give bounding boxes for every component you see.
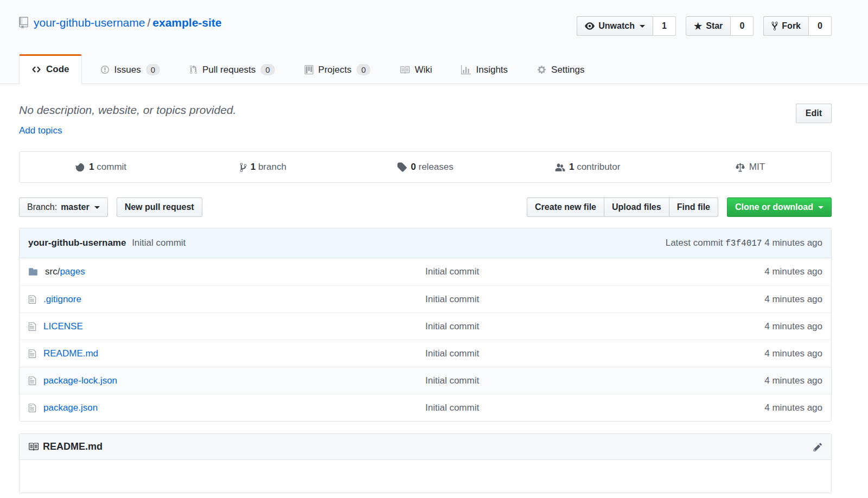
file-icon xyxy=(28,376,36,386)
watch-count[interactable]: 1 xyxy=(653,16,676,36)
new-pull-request-button[interactable]: New pull request xyxy=(117,197,202,217)
create-new-file-button[interactable]: Create new file xyxy=(527,197,604,217)
tab-wiki-label: Wiki xyxy=(414,65,432,75)
tab-wiki[interactable]: Wiki xyxy=(389,54,443,84)
file-actions-group: Create new file Upload files Find file xyxy=(527,197,718,217)
file-link[interactable]: .gitignore xyxy=(43,294,81,305)
commit-label: commit xyxy=(97,162,126,172)
commit-sha-link[interactable]: f3f4017 xyxy=(725,239,762,248)
pencil-icon xyxy=(813,442,822,452)
branch-label: Branch: xyxy=(27,202,57,212)
file-icon xyxy=(28,295,36,304)
file-row: .gitignore Initial commit 4 minutes ago xyxy=(20,285,831,312)
eye-icon xyxy=(585,21,595,31)
releases-stat[interactable]: 0 releases xyxy=(344,152,506,182)
commit-count: 1 xyxy=(89,162,94,172)
file-age: 4 minutes ago xyxy=(703,403,822,413)
file-commit-message[interactable]: Initial commit xyxy=(425,294,479,304)
upload-files-button[interactable]: Upload files xyxy=(604,197,669,217)
find-file-button[interactable]: Find file xyxy=(669,197,718,217)
tag-icon xyxy=(397,162,407,173)
file-commit-message[interactable]: Initial commit xyxy=(425,321,479,331)
file-commit-message[interactable]: Initial commit xyxy=(425,348,479,359)
readme-content xyxy=(20,460,831,493)
repo-owner-link[interactable]: your-github-username xyxy=(34,16,145,29)
commit-message-link[interactable]: Initial commit xyxy=(132,238,186,248)
people-icon xyxy=(555,162,565,173)
tab-insights-label: Insights xyxy=(476,65,508,75)
tab-settings[interactable]: Settings xyxy=(526,54,595,84)
edit-readme-button[interactable] xyxy=(813,442,822,452)
folder-prefix-link[interactable]: src/ xyxy=(45,266,60,277)
star-label: Star xyxy=(706,21,723,31)
file-age: 4 minutes ago xyxy=(703,321,822,332)
tab-insights[interactable]: Insights xyxy=(450,54,519,84)
branch-label: branch xyxy=(258,162,286,172)
add-topics-link[interactable]: Add topics xyxy=(19,125,62,136)
chevron-down-icon xyxy=(94,206,100,209)
project-icon xyxy=(304,65,314,74)
tab-projects[interactable]: Projects 0 xyxy=(293,54,382,84)
repo-nav: Code Issues 0 Pull requests 0 Projects 0… xyxy=(19,54,832,84)
file-commit-message[interactable]: Initial commit xyxy=(425,403,479,413)
commits-stat[interactable]: 1 commit xyxy=(20,152,182,182)
file-link[interactable]: package.json xyxy=(43,403,98,413)
file-link[interactable]: LICENSE xyxy=(43,321,83,332)
release-label: releases xyxy=(418,162,453,172)
star-group: ★ Star 0 xyxy=(686,16,754,36)
clone-or-download-button[interactable]: Clone or download xyxy=(727,197,832,217)
file-link[interactable]: README.md xyxy=(43,348,98,359)
file-icon xyxy=(28,349,36,359)
unwatch-label: Unwatch xyxy=(598,21,635,31)
release-count: 0 xyxy=(411,162,416,172)
file-commit-message[interactable]: Initial commit xyxy=(425,266,479,277)
fork-button[interactable]: Fork xyxy=(763,16,809,36)
unwatch-button[interactable]: Unwatch xyxy=(577,16,653,36)
license-stat[interactable]: MIT xyxy=(669,152,831,182)
edit-button[interactable]: Edit xyxy=(796,104,832,123)
repo-description-block: No description, website, or topics provi… xyxy=(19,104,236,136)
contributor-label: contributor xyxy=(577,162,620,172)
folder-icon xyxy=(28,267,38,277)
star-icon: ★ xyxy=(694,22,702,31)
law-icon xyxy=(735,162,745,173)
latest-commit-bar: your-github-username Initial commit Late… xyxy=(20,228,831,258)
commit-author-link[interactable]: your-github-username xyxy=(28,238,126,248)
fork-group: Fork 0 xyxy=(763,16,832,36)
file-row: README.md Initial commit 4 minutes ago xyxy=(20,340,831,367)
readme-section: README.md xyxy=(19,433,832,493)
star-button[interactable]: ★ Star xyxy=(686,16,731,36)
file-browser: your-github-username Initial commit Late… xyxy=(19,228,832,422)
branch-icon xyxy=(240,162,247,173)
pull-requests-count-badge: 0 xyxy=(260,64,275,75)
fork-label: Fork xyxy=(782,21,801,31)
star-count[interactable]: 0 xyxy=(731,16,754,36)
tab-issues[interactable]: Issues 0 xyxy=(90,54,171,84)
tab-pull-requests[interactable]: Pull requests 0 xyxy=(178,54,286,84)
tab-code[interactable]: Code xyxy=(19,54,82,84)
file-icon xyxy=(28,322,36,331)
chevron-down-icon xyxy=(818,206,824,209)
tab-projects-label: Projects xyxy=(318,65,352,75)
file-link[interactable]: package-lock.json xyxy=(43,375,117,386)
file-row: package-lock.json Initial commit 4 minut… xyxy=(20,367,831,394)
tab-issues-label: Issues xyxy=(114,65,141,75)
file-row: package.json Initial commit 4 minutes ag… xyxy=(20,394,831,421)
repo-name-link[interactable]: example-site xyxy=(152,16,221,29)
license-label: MIT xyxy=(749,162,765,173)
branch-name: master xyxy=(61,202,89,212)
branches-stat[interactable]: 1 branch xyxy=(182,152,344,182)
file-row: LICENSE Initial commit 4 minutes ago xyxy=(20,312,831,340)
contributors-stat[interactable]: 1 contributor xyxy=(507,152,669,182)
tab-pull-requests-label: Pull requests xyxy=(202,65,256,75)
fork-count[interactable]: 0 xyxy=(809,16,832,36)
repo-icon xyxy=(19,17,28,29)
tab-settings-label: Settings xyxy=(551,65,584,75)
folder-link[interactable]: pages xyxy=(60,266,85,277)
projects-count-badge: 0 xyxy=(356,64,371,75)
code-icon xyxy=(31,65,41,74)
gear-icon xyxy=(537,65,546,74)
branch-select-button[interactable]: Branch: master xyxy=(19,197,108,217)
latest-commit-time: 4 minutes ago xyxy=(764,238,822,248)
file-commit-message[interactable]: Initial commit xyxy=(425,375,479,386)
